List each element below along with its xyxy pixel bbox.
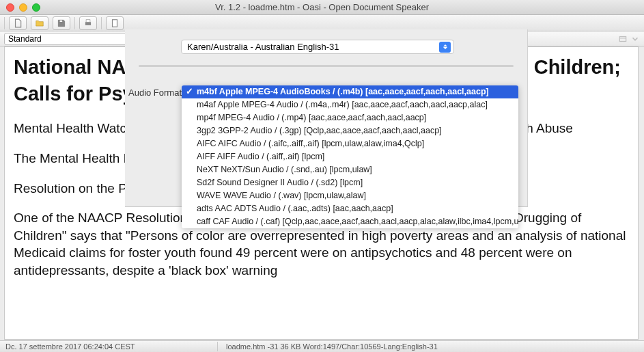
statusbar: Dc. 17 settembre 2017 06:24:04 CEST load… — [0, 340, 644, 352]
new-doc-button[interactable] — [9, 16, 27, 30]
printer-icon — [83, 18, 93, 28]
audio-format-option[interactable]: WAVE WAVE Audio / (.wav) [lpcm,ulaw,alaw… — [182, 189, 518, 202]
status-docinfo: loadme.htm -31 36 KB Word:1497/Char:1056… — [218, 342, 438, 351]
paragraph-style-select[interactable]: Standard ▾ — [4, 33, 134, 45]
open-button[interactable] — [31, 16, 48, 30]
svg-rect-4 — [619, 36, 626, 41]
print-button[interactable] — [79, 16, 97, 30]
audio-format-option[interactable]: 3gp2 3GPP-2 Audio / (.3gp) [Qclp,aac,aac… — [182, 124, 518, 137]
audio-format-option[interactable]: m4bf Apple MPEG-4 AudioBooks / (.m4b) [a… — [182, 85, 518, 98]
svg-rect-1 — [85, 22, 91, 25]
document-icon — [13, 18, 23, 28]
select-stepper-icon — [439, 42, 451, 53]
voice-select-value: Karen/Australia - Australian English-31 — [187, 42, 339, 52]
svg-rect-2 — [86, 19, 90, 22]
document-view-button[interactable] — [106, 16, 124, 30]
chevron-down-icon[interactable] — [630, 34, 640, 44]
titlebar: Vr. 1.2 - loadme.htm - Oasi - Open Docum… — [0, 0, 644, 15]
audio-format-option[interactable]: adts AAC ADTS Audio / (.aac,.adts) [aac,… — [182, 202, 518, 215]
toolbar-separator — [74, 17, 75, 29]
audio-format-option[interactable]: mp4f MPEG-4 Audio / (.mp4) [aac,aace,aac… — [182, 111, 518, 124]
audio-format-option[interactable]: NeXT NeXT/Sun Audio / (.snd,.au) [lpcm,u… — [182, 163, 518, 176]
audio-format-option[interactable]: caff CAF Audio / (.caf) [Qclp,aac,aace,a… — [182, 215, 518, 228]
audio-format-label: Audio Format — [128, 87, 182, 98]
toolbar-separator — [101, 17, 102, 29]
voice-select[interactable]: Karen/Australia - Australian English-31 — [181, 40, 454, 54]
page-icon — [110, 18, 120, 28]
window-title: Vr. 1.2 - loadme.htm - Oasi - Open Docum… — [0, 2, 644, 12]
svg-rect-3 — [113, 19, 117, 27]
floppy-icon — [57, 18, 66, 28]
audio-format-dropdown[interactable]: m4bf Apple MPEG-4 AudioBooks / (.m4b) [a… — [182, 85, 518, 228]
save-button[interactable] — [53, 16, 70, 30]
audio-format-option[interactable]: AIFF AIFF Audio / (.aiff,.aif) [lpcm] — [182, 150, 518, 163]
stylebar-right-icons — [618, 34, 640, 44]
audio-format-option[interactable]: Sd2f Sound Designer II Audio / (.sd2) [l… — [182, 176, 518, 189]
dropdown-icon[interactable] — [618, 34, 628, 44]
svg-rect-0 — [59, 20, 63, 22]
status-datetime: Dc. 17 settembre 2017 06:24:04 CEST — [5, 342, 217, 351]
paragraph-style-value: Standard — [8, 34, 42, 44]
audio-format-option[interactable]: AIFC AIFC Audio / (.aifc,.aiff,.aif) [lp… — [182, 137, 518, 150]
folder-icon — [35, 18, 44, 28]
speed-slider[interactable] — [139, 65, 514, 67]
toolbar-separator — [4, 17, 5, 29]
audio-format-option[interactable]: m4af Apple MPEG-4 Audio / (.m4a,.m4r) [a… — [182, 98, 518, 111]
